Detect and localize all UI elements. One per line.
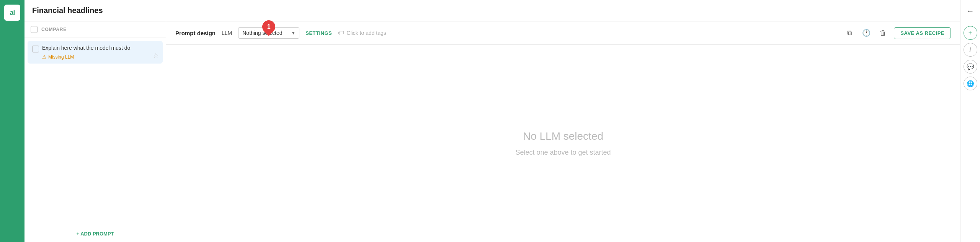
back-icon: ← [967,7,974,15]
clock-icon: 🕐 [862,29,871,37]
rail-info-button[interactable]: i [964,43,977,57]
rail-chat-button[interactable]: 💬 [964,60,977,74]
empty-title: No LLM selected [523,130,603,142]
chat-icon: 💬 [967,63,974,70]
main-wrapper: Financial headlines COMPARE Explain here… [24,0,980,242]
save-as-recipe-button[interactable]: SAVE AS RECIPE [894,27,951,39]
prompt-checkbox[interactable] [32,46,39,52]
pin-badge-container: 1 [262,20,275,33]
empty-state: No LLM selected Select one above to get … [166,45,960,242]
sidebar: COMPARE Explain here what the model must… [24,21,166,242]
prompt-design-label: Prompt design [175,30,216,36]
back-button[interactable]: ← [960,0,980,21]
content-area: COMPARE Explain here what the model must… [24,21,980,242]
rail-plus-button[interactable]: + [964,26,977,40]
logo-box: ai [4,5,20,21]
add-prompt-button[interactable]: + ADD PROMPT [24,226,166,242]
prompt-item[interactable]: Explain here what the model must do ⚠ Mi… [28,41,163,64]
warning-icon: ⚠ [42,54,47,60]
compare-label: COMPARE [41,27,67,32]
globe-icon: 🌐 [967,80,974,87]
tags-area[interactable]: 🏷 Click to add tags [338,29,386,36]
prompt-toolbar: Prompt design LLM 1 Nothing selected ▼ [166,21,960,45]
history-button[interactable]: 🕐 [860,27,872,39]
tag-icon: 🏷 [338,29,344,36]
logo-text: ai [10,9,15,17]
delete-button[interactable]: 🗑 [877,27,889,39]
copy-button[interactable]: ⧉ [843,27,856,39]
settings-button[interactable]: SETTINGS [305,30,332,36]
llm-label: LLM [222,30,232,36]
llm-select-container: 1 Nothing selected ▼ [238,27,299,39]
sidebar-header: COMPARE [24,21,166,38]
toolbar-actions: ⧉ 🕐 🗑 SAVE AS RECIPE [843,27,951,39]
prompt-title: Explain here what the model must do [42,45,158,51]
add-prompt-label: + ADD PROMPT [76,231,114,237]
warning-text: Missing LLM [48,54,74,60]
empty-subtitle: Select one above to get started [515,149,611,157]
pin-badge: 1 [260,18,278,36]
pin-badge-number: 1 [267,23,271,30]
compare-checkbox[interactable] [31,26,38,33]
prompt-item-header: Explain here what the model must do [32,45,158,52]
prompt-warning: ⚠ Missing LLM [42,54,158,60]
rail-globe-button[interactable]: 🌐 [964,77,977,90]
app-title: Financial headlines [32,6,103,15]
right-rail: + i 💬 🌐 [960,21,980,242]
star-icon[interactable]: ☆ [153,51,159,60]
tags-placeholder: Click to add tags [346,30,386,36]
right-panel: Prompt design LLM 1 Nothing selected ▼ [166,21,960,242]
trash-icon: 🗑 [880,29,887,37]
logo-bar: ai [0,0,24,242]
info-icon: i [969,46,971,53]
plus-icon: + [969,29,972,36]
copy-icon: ⧉ [847,29,852,37]
top-header: Financial headlines [24,0,980,21]
